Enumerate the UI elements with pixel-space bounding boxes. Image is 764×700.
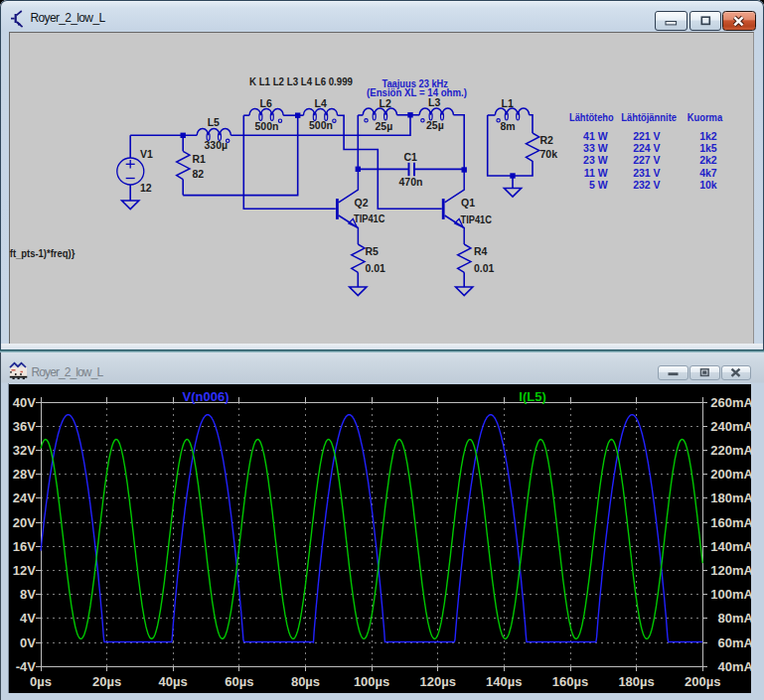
svg-text:80µs: 80µs <box>291 674 320 689</box>
svg-text:40mA: 40mA <box>718 659 754 674</box>
svg-text:16V: 16V <box>13 539 36 554</box>
svg-text:8m: 8m <box>501 120 516 132</box>
svg-text:200µs: 200µs <box>685 674 720 689</box>
svg-text:TIP41C: TIP41C <box>354 212 385 224</box>
svg-text:1k5: 1k5 <box>699 142 717 154</box>
svg-text:10k: 10k <box>699 179 717 191</box>
svg-text:11 W: 11 W <box>584 167 608 179</box>
svg-text:80mA: 80mA <box>718 611 754 626</box>
svg-text:4k7: 4k7 <box>699 167 717 179</box>
svg-text:I(L5): I(L5) <box>519 389 545 404</box>
svg-text:L4: L4 <box>315 97 327 109</box>
svg-text:260mA: 260mA <box>710 395 753 410</box>
svg-text:24V: 24V <box>13 490 36 505</box>
svg-text:70k: 70k <box>540 148 558 160</box>
svg-text:100µs: 100µs <box>354 674 389 689</box>
svg-text:12V: 12V <box>13 563 36 578</box>
svg-text:232 V: 232 V <box>633 179 660 191</box>
svg-text:60µs: 60µs <box>225 674 253 689</box>
svg-text:330µ: 330µ <box>205 139 229 151</box>
svg-text:Kuorma: Kuorma <box>688 111 722 123</box>
svg-text:23 W: 23 W <box>583 154 608 166</box>
svg-text:200mA: 200mA <box>710 467 753 482</box>
svg-text:4V: 4V <box>20 611 36 626</box>
svg-text:0.01: 0.01 <box>366 262 386 274</box>
svg-text:C1: C1 <box>404 151 418 163</box>
svg-text:12: 12 <box>140 182 152 194</box>
svg-text:180mA: 180mA <box>710 490 753 505</box>
svg-text:20V: 20V <box>13 515 36 530</box>
svg-text:40µs: 40µs <box>159 674 188 689</box>
svg-text:28V: 28V <box>13 467 36 482</box>
svg-text:TIP41C: TIP41C <box>461 213 493 225</box>
svg-text:160mA: 160mA <box>710 515 753 530</box>
svg-text:120µs: 120µs <box>419 674 455 689</box>
svg-text:224 V: 224 V <box>633 142 660 154</box>
svg-text:R1: R1 <box>193 153 207 165</box>
svg-text:60mA: 60mA <box>718 635 754 650</box>
svg-text:2k2: 2k2 <box>699 154 717 166</box>
svg-text:82: 82 <box>193 168 205 180</box>
svg-text:500n: 500n <box>309 119 333 131</box>
svg-text:0µs: 0µs <box>30 674 52 689</box>
svg-text:ft_pts-1)*freq)}: ft_pts-1)*freq)} <box>10 247 76 259</box>
svg-text:L1: L1 <box>502 97 514 109</box>
svg-text:Lähtöjännite: Lähtöjännite <box>621 111 677 123</box>
svg-text:Q1: Q1 <box>461 197 475 209</box>
svg-text:120mA: 120mA <box>710 563 753 578</box>
svg-text:5 W: 5 W <box>589 179 608 191</box>
svg-text:220mA: 220mA <box>710 443 753 458</box>
svg-text:8V: 8V <box>20 587 36 602</box>
svg-text:221 V: 221 V <box>633 130 660 142</box>
svg-text:100mA: 100mA <box>710 587 753 602</box>
svg-text:41 W: 41 W <box>583 130 608 142</box>
svg-text:0V: 0V <box>20 635 36 650</box>
svg-text:0.01: 0.01 <box>474 262 495 274</box>
svg-text:1k2: 1k2 <box>699 130 717 142</box>
svg-text:R5: R5 <box>366 245 380 257</box>
svg-text:K L1 L2 L3 L4 L6 0.999: K L1 L2 L3 L4 L6 0.999 <box>249 75 353 87</box>
svg-text:V(n006): V(n006) <box>183 389 229 404</box>
svg-text:-4V: -4V <box>16 659 37 674</box>
svg-text:R4: R4 <box>474 245 488 257</box>
svg-text:140mA: 140mA <box>710 539 753 554</box>
svg-text:32V: 32V <box>13 443 36 458</box>
svg-text:L5: L5 <box>208 116 220 128</box>
svg-text:240mA: 240mA <box>710 419 753 434</box>
svg-text:227 V: 227 V <box>633 154 660 166</box>
svg-text:V1: V1 <box>140 148 153 160</box>
svg-text:231 V: 231 V <box>633 167 660 179</box>
svg-text:180µs: 180µs <box>618 674 654 689</box>
svg-text:R2: R2 <box>540 134 554 146</box>
svg-text:L2: L2 <box>380 97 391 109</box>
svg-text:Q2: Q2 <box>355 197 369 209</box>
svg-text:470n: 470n <box>399 176 423 188</box>
svg-text:33 W: 33 W <box>583 142 608 154</box>
svg-text:40V: 40V <box>13 395 36 410</box>
svg-text:25µ: 25µ <box>376 120 393 132</box>
svg-text:140µs: 140µs <box>486 674 522 689</box>
svg-text:500n: 500n <box>255 120 279 132</box>
svg-text:20µs: 20µs <box>92 674 121 689</box>
svg-text:25µ: 25µ <box>426 119 444 131</box>
svg-text:L6: L6 <box>260 97 272 109</box>
svg-text:Lähtöteho: Lähtöteho <box>569 111 614 123</box>
svg-text:(Ensiön XL = 14 ohm.): (Ensiön XL = 14 ohm.) <box>367 86 467 98</box>
svg-text:36V: 36V <box>13 419 36 434</box>
svg-text:160µs: 160µs <box>552 674 588 689</box>
